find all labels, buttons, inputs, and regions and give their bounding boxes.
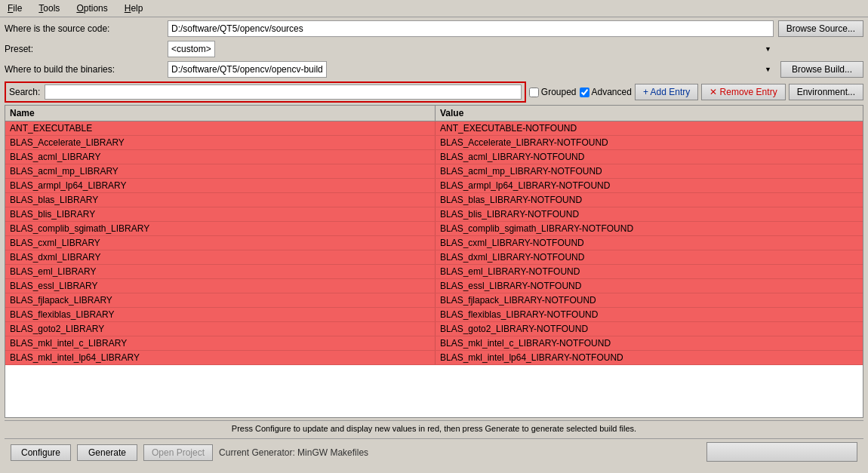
table-cell-name: BLAS_essl_LIBRARY	[5, 279, 436, 293]
table-cell-name: BLAS_eml_LIBRARY	[5, 265, 436, 278]
table-cell-value: BLAS_mkl_intel_lp64_LIBRARY-NOTFOUND	[436, 351, 863, 364]
table-cell-value: BLAS_blas_LIBRARY-NOTFOUND	[436, 193, 863, 207]
table-cell-name: BLAS_Accelerate_LIBRARY	[5, 136, 436, 149]
table-cell-value: BLAS_mkl_intel_c_LIBRARY-NOTFOUND	[436, 336, 863, 350]
table-row[interactable]: BLAS_armpl_lp64_LIBRARYBLAS_armpl_lp64_L…	[5, 179, 863, 193]
menu-options[interactable]: Options	[72, 2, 112, 15]
source-label: Where is the source code:	[5, 23, 163, 34]
source-path-input[interactable]	[168, 20, 774, 37]
table-row[interactable]: BLAS_acml_mp_LIBRARYBLAS_acml_mp_LIBRARY…	[5, 164, 863, 179]
table-row[interactable]: BLAS_blas_LIBRARYBLAS_blas_LIBRARY-NOTFO…	[5, 193, 863, 207]
build-path-select[interactable]: D:/software/QT5/opencv/opencv-build	[168, 61, 327, 78]
table-cell-value: BLAS_blis_LIBRARY-NOTFOUND	[436, 207, 863, 221]
table-header: Name Value	[5, 106, 863, 121]
source-row: Where is the source code: Browse Source.…	[5, 20, 863, 37]
table-cell-value: ANT_EXECUTABLE-NOTFOUND	[436, 121, 863, 135]
table-row[interactable]: BLAS_Accelerate_LIBRARYBLAS_Accelerate_L…	[5, 136, 863, 150]
col-name-header: Name	[5, 106, 436, 121]
table-cell-value: BLAS_acml_mp_LIBRARY-NOTFOUND	[436, 164, 863, 178]
table-row[interactable]: BLAS_eml_LIBRARYBLAS_eml_LIBRARY-NOTFOUN…	[5, 265, 863, 279]
preset-select-wrapper: <custom>	[168, 41, 776, 57]
table-cell-name: BLAS_cxml_LIBRARY	[5, 236, 436, 250]
build-path-wrapper: D:/software/QT5/opencv/opencv-build	[168, 61, 776, 78]
add-entry-button[interactable]: + Add Entry	[635, 84, 698, 100]
table-cell-value: BLAS_acml_LIBRARY-NOTFOUND	[436, 150, 863, 164]
table-cell-value: BLAS_goto2_LIBRARY-NOTFOUND	[436, 322, 863, 336]
table-row[interactable]: BLAS_acml_LIBRARYBLAS_acml_LIBRARY-NOTFO…	[5, 150, 863, 164]
table-cell-name: ANT_EXECUTABLE	[5, 121, 436, 135]
advanced-checkbox-label[interactable]: Advanced	[580, 87, 632, 97]
table-row[interactable]: BLAS_fjlapack_LIBRARYBLAS_fjlapack_LIBRA…	[5, 293, 863, 308]
table-cell-name: BLAS_mkl_intel_c_LIBRARY	[5, 336, 436, 350]
table-cell-name: BLAS_blis_LIBRARY	[5, 207, 436, 221]
browse-source-button[interactable]: Browse Source...	[778, 20, 863, 37]
table-row[interactable]: BLAS_essl_LIBRARYBLAS_essl_LIBRARY-NOTFO…	[5, 279, 863, 293]
status-text: Press Configure to update and display ne…	[232, 424, 636, 433]
table-row[interactable]: BLAS_complib_sgimath_LIBRARYBLAS_complib…	[5, 222, 863, 236]
table-row[interactable]: BLAS_blis_LIBRARYBLAS_blis_LIBRARY-NOTFO…	[5, 207, 863, 222]
build-right-button[interactable]	[706, 442, 857, 462]
table-cell-value: BLAS_armpl_lp64_LIBRARY-NOTFOUND	[436, 179, 863, 192]
environment-button[interactable]: Environment...	[789, 84, 863, 100]
preset-row: Preset: <custom>	[5, 41, 863, 57]
content-area: Where is the source code: Browse Source.…	[0, 17, 868, 469]
table-cell-value: BLAS_eml_LIBRARY-NOTFOUND	[436, 265, 863, 278]
table-cell-name: BLAS_goto2_LIBRARY	[5, 322, 436, 336]
remove-entry-button[interactable]: ✕ Remove Entry	[701, 84, 785, 100]
generate-button[interactable]: Generate	[77, 444, 137, 461]
table-row[interactable]: BLAS_dxml_LIBRARYBLAS_dxml_LIBRARY-NOTFO…	[5, 250, 863, 265]
open-project-button[interactable]: Open Project	[143, 444, 213, 461]
menubar: File Tools Options Help	[0, 0, 868, 17]
build-row: Where to build the binaries: D:/software…	[5, 61, 863, 78]
grouped-checkbox[interactable]	[529, 88, 539, 97]
table-cell-value: BLAS_fjlapack_LIBRARY-NOTFOUND	[436, 293, 863, 307]
bottom-right	[706, 442, 857, 463]
bottom-bar: Configure Generate Open Project Current …	[5, 438, 863, 466]
table-cell-value: BLAS_flexiblas_LIBRARY-NOTFOUND	[436, 308, 863, 321]
table-cell-name: BLAS_armpl_lp64_LIBRARY	[5, 179, 436, 192]
table-cell-value: BLAS_dxml_LIBRARY-NOTFOUND	[436, 250, 863, 264]
preset-label: Preset:	[5, 44, 163, 54]
grouped-checkbox-label[interactable]: Grouped	[529, 87, 577, 97]
table-cell-name: BLAS_complib_sgimath_LIBRARY	[5, 222, 436, 235]
menu-file[interactable]: File	[3, 2, 26, 15]
col-value-header: Value	[436, 106, 863, 121]
configure-button[interactable]: Configure	[11, 444, 71, 461]
table-row[interactable]: BLAS_flexiblas_LIBRARYBLAS_flexiblas_LIB…	[5, 308, 863, 322]
search-box: Search:	[5, 81, 526, 103]
table-cell-name: BLAS_blas_LIBRARY	[5, 193, 436, 207]
table-cell-value: BLAS_essl_LIBRARY-NOTFOUND	[436, 279, 863, 293]
table-cell-name: BLAS_acml_mp_LIBRARY	[5, 164, 436, 178]
browse-build-button[interactable]: Browse Build...	[780, 61, 863, 78]
table-cell-name: BLAS_dxml_LIBRARY	[5, 250, 436, 264]
cmake-table: Name Value ANT_EXECUTABLEANT_EXECUTABLE-…	[5, 105, 863, 418]
generator-text: Current Generator: MinGW Makefiles	[219, 447, 368, 458]
table-row[interactable]: BLAS_cxml_LIBRARYBLAS_cxml_LIBRARY-NOTFO…	[5, 236, 863, 250]
table-cell-value: BLAS_Accelerate_LIBRARY-NOTFOUND	[436, 136, 863, 149]
table-row[interactable]: BLAS_goto2_LIBRARYBLAS_goto2_LIBRARY-NOT…	[5, 322, 863, 336]
search-label: Search:	[9, 87, 40, 97]
table-cell-value: BLAS_complib_sgimath_LIBRARY-NOTFOUND	[436, 222, 863, 235]
status-bar: Press Configure to update and display ne…	[5, 420, 863, 436]
table-cell-name: BLAS_fjlapack_LIBRARY	[5, 293, 436, 307]
advanced-checkbox[interactable]	[580, 88, 589, 97]
menu-tools[interactable]: Tools	[34, 2, 64, 15]
table-cell-name: BLAS_acml_LIBRARY	[5, 150, 436, 164]
search-input[interactable]	[45, 84, 521, 100]
table-row[interactable]: BLAS_mkl_intel_c_LIBRARYBLAS_mkl_intel_c…	[5, 336, 863, 351]
table-cell-name: BLAS_flexiblas_LIBRARY	[5, 308, 436, 321]
table-cell-value: BLAS_cxml_LIBRARY-NOTFOUND	[436, 236, 863, 250]
search-toolbar-row: Search: Grouped Advanced + Add Entry ✕ R…	[5, 81, 863, 103]
build-label: Where to build the binaries:	[5, 64, 163, 75]
menu-help[interactable]: Help	[120, 2, 148, 15]
table-body[interactable]: ANT_EXECUTABLEANT_EXECUTABLE-NOTFOUNDBLA…	[5, 121, 863, 378]
table-cell-name: BLAS_mkl_intel_lp64_LIBRARY	[5, 351, 436, 364]
table-row[interactable]: ANT_EXECUTABLEANT_EXECUTABLE-NOTFOUND	[5, 121, 863, 136]
table-row[interactable]: BLAS_mkl_intel_lp64_LIBRARYBLAS_mkl_inte…	[5, 351, 863, 365]
preset-select[interactable]: <custom>	[168, 41, 215, 57]
